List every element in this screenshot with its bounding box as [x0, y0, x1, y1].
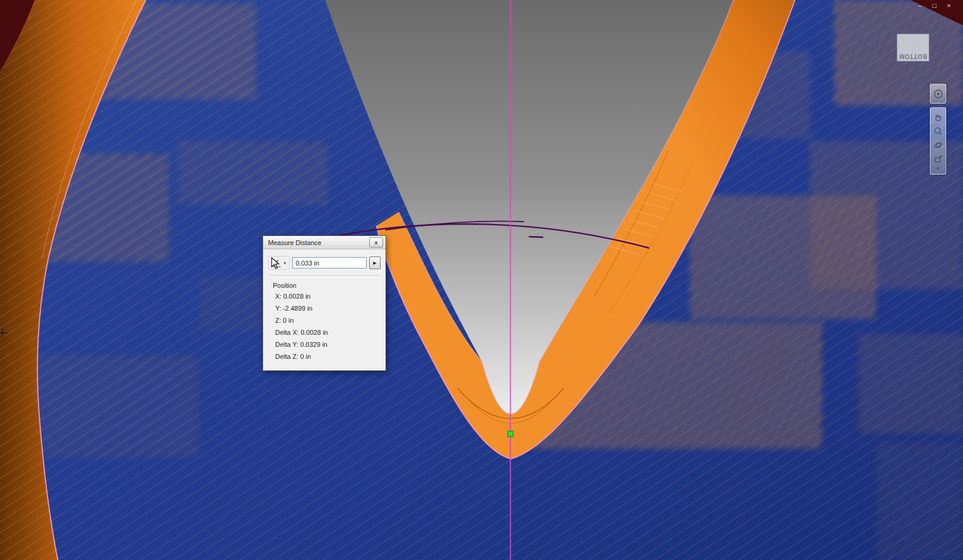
measure-select-icon [271, 258, 282, 268]
close-button[interactable]: × [944, 1, 953, 10]
navigation-tools: ▾ [930, 107, 946, 175]
look-at-icon [933, 154, 943, 164]
orbit-button[interactable] [931, 138, 945, 152]
dialog-title: Measure Distance [268, 239, 369, 246]
application-window: – □ × BOTTOM [0, 0, 963, 560]
look-at-button[interactable] [931, 152, 945, 166]
measure-distance-dialog: Measure Distance x ▼ ▶ [263, 235, 386, 371]
dialog-titlebar[interactable]: Measure Distance x [263, 236, 385, 249]
chevron-down-icon: ▼ [283, 261, 287, 265]
position-row-delta-z: Delta Z: 0 in [275, 353, 381, 360]
navbar-menu-chevron[interactable]: ▾ [937, 166, 939, 172]
restore-button[interactable]: □ [930, 1, 939, 10]
viewcube[interactable]: BOTTOM [897, 34, 929, 61]
close-icon: x [375, 240, 378, 246]
navigation-wheel-button[interactable] [930, 84, 946, 104]
zoom-icon [933, 126, 943, 136]
zoom-button[interactable] [931, 124, 945, 138]
right-arrow-icon: ▶ [373, 261, 376, 266]
viewcube-face-label: BOTTOM [899, 53, 927, 60]
measure-tool-dropdown[interactable]: ▼ [268, 256, 290, 270]
dialog-body: ▼ ▶ Position X: 0.0028 in Y: -2.4899 in … [263, 249, 385, 370]
snap-point[interactable] [508, 431, 513, 437]
measurement-row: ▼ ▶ [268, 256, 381, 270]
orbit-icon [933, 140, 943, 150]
3d-viewport[interactable] [0, 0, 963, 560]
position-row-x: X: 0.0028 in [275, 293, 381, 300]
position-row-z: Z: 0 in [275, 317, 381, 324]
dialog-close-button[interactable]: x [369, 237, 383, 247]
minimize-button[interactable]: – [915, 1, 924, 10]
position-heading: Position [273, 282, 381, 289]
navigation-bar: ▾ [930, 84, 946, 175]
measurement-value-input[interactable] [292, 257, 367, 269]
pan-button[interactable] [931, 110, 945, 124]
dialog-separator [269, 275, 379, 278]
navigation-wheel-icon [931, 87, 945, 101]
pan-hand-icon [933, 113, 943, 122]
flyout-button[interactable]: ▶ [369, 257, 381, 269]
position-row-y: Y: -2.4899 in [275, 305, 381, 312]
position-row-delta-y: Delta Y: 0.0329 in [275, 341, 381, 348]
position-row-delta-x: Delta X: 0.0028 in [275, 329, 381, 336]
window-controls: – □ × [915, 1, 953, 10]
